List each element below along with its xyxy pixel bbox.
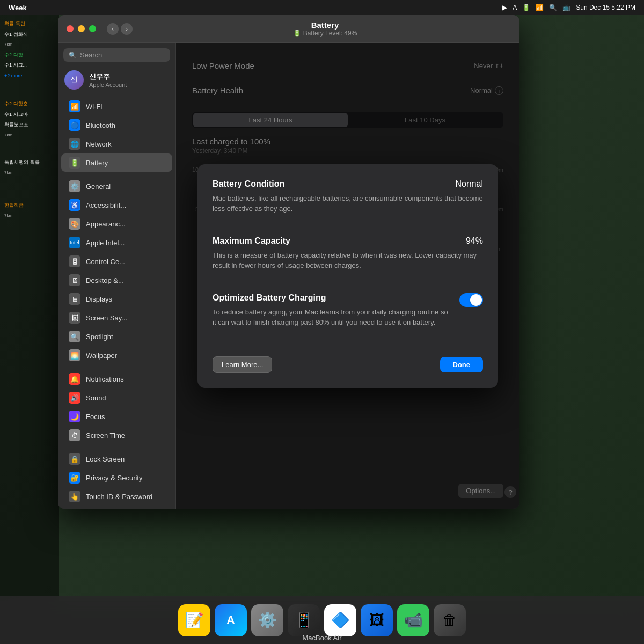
dock-item-trash[interactable]: 🗑 xyxy=(434,604,466,636)
wifi-icon: 📶 xyxy=(69,100,80,112)
sidebar-item-intel[interactable]: Intel Apple Intel... xyxy=(61,233,172,252)
search-icon: 🔍 xyxy=(69,52,77,59)
forward-button[interactable]: › xyxy=(121,23,133,35)
notif-item: 확률 독립 xyxy=(2,19,57,29)
sidebar-item-label: Lock Screen xyxy=(86,455,125,463)
profile-section[interactable]: 신 신우주 Apple Account xyxy=(58,66,175,94)
sidebar-item-wifi[interactable]: 📶 Wi-Fi xyxy=(61,97,172,115)
appearance-icon: 🎨 xyxy=(69,218,80,230)
menubar: Week ▶ A 🔋 📶 🔍 📺 Sun Dec 15 5:22 PM xyxy=(0,0,644,15)
maximize-button[interactable] xyxy=(89,25,96,32)
sidebar-section-system: ⚙️ General ♿ Accessibilit... 🎨 Appearanc… xyxy=(58,174,175,367)
sidebar-item-label: Network xyxy=(86,140,112,148)
focus-icon: 🌙 xyxy=(69,411,80,422)
sidebar-item-wallpaper[interactable]: 🌅 Wallpaper xyxy=(61,346,172,364)
battery-panel: Low Power Mode Never ⬆⬇ Battery Health N… xyxy=(176,43,519,509)
menubar-a-icon: A xyxy=(513,4,517,11)
sidebar-item-notifications[interactable]: 🔔 Notifications xyxy=(61,370,172,388)
sidebar-item-label: Sound xyxy=(86,394,106,402)
sidebar-item-label: Battery xyxy=(86,159,108,167)
sidebar-item-lockscreen[interactable]: 🔒 Lock Screen xyxy=(61,450,172,468)
modal-section-charging: Optimized Battery Charging To reduce bat… xyxy=(213,293,483,343)
sidebar-item-displays[interactable]: 🖥 Displays xyxy=(61,290,172,308)
sidebar-item-appearance[interactable]: 🎨 Appearanc... xyxy=(61,215,172,233)
sidebar-item-desktop[interactable]: 🖥 Desktop &... xyxy=(61,271,172,289)
sidebar-item-network[interactable]: 🌐 Network xyxy=(61,135,172,153)
sidebar-item-screentime[interactable]: ⏱ Screen Time xyxy=(61,426,172,444)
desktop-icon: 🖥 xyxy=(69,274,80,286)
nav-buttons: ‹ › xyxy=(107,23,133,35)
condition-value: Normal xyxy=(455,179,483,189)
sidebar-item-focus[interactable]: 🌙 Focus xyxy=(61,407,172,426)
window-subtitle: 🔋 Battery Level: 49% xyxy=(293,30,357,37)
sidebar-item-bluetooth[interactable]: 🔵 Bluetooth xyxy=(61,116,172,134)
window-title-area: Battery 🔋 Battery Level: 49% xyxy=(139,20,511,37)
settings-icon: ⚙️ xyxy=(258,611,277,629)
sidebar-item-accessibility[interactable]: ♿ Accessibilit... xyxy=(61,196,172,214)
sidebar-item-label: Displays xyxy=(86,295,112,303)
sidebar: 🔍 Search 신 신우주 Apple Account 📶 Wi-Fi xyxy=(58,43,176,509)
displays-icon: 🖥 xyxy=(69,293,80,305)
sidebar-item-label: Control Ce... xyxy=(86,258,125,266)
sidebar-item-label: Focus xyxy=(86,413,105,421)
close-button[interactable] xyxy=(67,25,74,32)
charging-desc: To reduce battery aging, your Mac learns… xyxy=(213,307,451,328)
screentime-icon: ⏱ xyxy=(69,429,80,441)
dock-item-notes[interactable]: 📝 xyxy=(178,604,210,636)
menubar-datetime: Sun Dec 15 5:22 PM xyxy=(576,4,635,11)
sidebar-item-label: Notifications xyxy=(86,375,124,383)
learn-more-button[interactable]: Learn More... xyxy=(213,356,272,373)
intel-icon: Intel xyxy=(69,237,80,248)
notif-item: 한달적금 xyxy=(2,201,57,210)
notif-item: 7km xyxy=(2,131,57,140)
dock-item-iphone[interactable]: 📱 xyxy=(288,604,320,636)
sidebar-item-label: Screen Say... xyxy=(86,314,127,322)
battery-icon-small: 🔋 xyxy=(293,30,301,37)
spotlight-icon: 🔍 xyxy=(69,331,80,342)
sidebar-item-label: Privacy & Security xyxy=(86,474,142,482)
back-button[interactable]: ‹ xyxy=(107,23,119,35)
sidebar-item-privacy[interactable]: 🔐 Privacy & Security xyxy=(61,469,172,487)
toggle-knob xyxy=(470,294,482,306)
avatar: 신 xyxy=(64,70,84,90)
dock-item-preview[interactable]: 🖼 xyxy=(361,604,393,636)
dock-item-facetime[interactable]: 📹 xyxy=(397,604,429,636)
modal-section-header: Battery Condition Normal xyxy=(213,179,483,189)
search-input[interactable]: Search xyxy=(80,51,102,59)
done-button[interactable]: Done xyxy=(440,357,484,372)
optimized-charging-toggle[interactable] xyxy=(459,293,483,307)
sidebar-item-label: Wi-Fi xyxy=(86,103,102,111)
menubar-search-icon[interactable]: 🔍 xyxy=(549,4,557,11)
appstore-icon: A xyxy=(226,613,235,627)
modal-footer: Learn More... Done xyxy=(213,356,483,373)
capacity-desc: This is a measure of battery capacity re… xyxy=(213,250,483,271)
iphone-icon: 📱 xyxy=(295,611,313,629)
modal-section-header: Maximum Capacity 94% xyxy=(213,236,483,246)
sidebar-item-screensaver[interactable]: 🖼 Screen Say... xyxy=(61,309,172,327)
menubar-week-label: Week xyxy=(9,4,27,12)
sidebar-section-network: 📶 Wi-Fi 🔵 Bluetooth 🌐 Network 🔋 Battery xyxy=(58,94,175,174)
sidebar-item-control[interactable]: 🎛 Control Ce... xyxy=(61,252,172,270)
sidebar-section-security: 🔒 Lock Screen 🔐 Privacy & Security 👆 Tou… xyxy=(58,447,175,508)
sidebar-item-spotlight[interactable]: 🔍 Spotlight xyxy=(61,327,172,346)
sidebar-item-battery[interactable]: 🔋 Battery xyxy=(61,153,172,172)
modal-section-header: Optimized Battery Charging To reduce bat… xyxy=(213,293,483,328)
sidebar-item-sound[interactable]: 🔊 Sound xyxy=(61,389,172,407)
wallpaper-icon: 🌅 xyxy=(69,349,80,361)
lock-icon: 🔒 xyxy=(69,453,80,465)
modal-section-capacity: Maximum Capacity 94% This is a measure o… xyxy=(213,236,483,282)
dock-item-bluetooth[interactable]: 🔷 xyxy=(324,604,356,636)
facetime-icon: 📹 xyxy=(404,611,423,629)
traffic-lights xyxy=(67,25,96,32)
notif-item: 7km xyxy=(2,40,57,49)
dock-item-appstore[interactable]: A xyxy=(215,604,247,636)
search-box[interactable]: 🔍 Search xyxy=(63,48,170,62)
menubar-cast-icon: 📺 xyxy=(562,4,570,11)
sidebar-item-label: Desktop &... xyxy=(86,276,124,284)
dock-item-settings[interactable]: ⚙️ xyxy=(251,604,283,636)
screensaver-icon: 🖼 xyxy=(69,312,80,324)
sidebar-item-label: Appearanc... xyxy=(86,220,126,228)
minimize-button[interactable] xyxy=(78,25,85,32)
sidebar-item-general[interactable]: ⚙️ General xyxy=(61,177,172,195)
sidebar-item-touchid[interactable]: 👆 Touch ID & Password xyxy=(61,487,172,506)
